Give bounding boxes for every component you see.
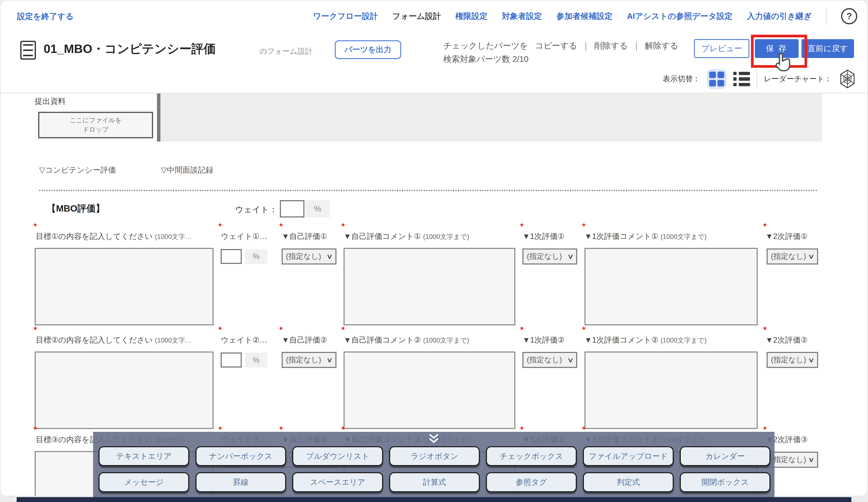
goal-row-2: * 目標②の内容を記入してください (1000文字… * ウェイト②… * ▼自…: [0, 327, 867, 431]
goal-label: 目標②の内容を記入してください (1000文字…: [36, 335, 192, 345]
required-mark: *: [520, 427, 524, 432]
export-parts-button[interactable]: パーツを出力: [335, 40, 401, 59]
tab-target-settings[interactable]: 対象者設定: [502, 11, 542, 22]
weight-input[interactable]: [221, 352, 242, 368]
required-mark: *: [279, 224, 283, 229]
bottom-bar: [17, 497, 851, 502]
palette-button-space-area[interactable]: スペースエリア: [292, 472, 383, 492]
chevron-down-icon: ∨: [567, 356, 574, 364]
search-target-parts-count: 検索対象パーツ数 2/10: [443, 52, 679, 66]
page-title: 01_MBO・コンピテンシー評価: [44, 41, 216, 57]
help-icon[interactable]: ?: [841, 8, 857, 24]
required-mark: *: [218, 224, 222, 229]
chevron-double-down-icon[interactable]: [426, 432, 441, 444]
weight-label: ウェイト②…: [221, 335, 267, 345]
delete-parts-action[interactable]: 削除する: [594, 41, 628, 50]
goal-textarea[interactable]: [35, 351, 214, 429]
first-eval-label: ▼1次評価②: [523, 335, 565, 345]
parts-palette-overlay: テキストエリア ナンバーボックス プルダウンリスト ラジオボタン チェックボック…: [93, 432, 775, 499]
self-eval-dropdown[interactable]: (指定なし)∨: [282, 352, 337, 368]
chevron-down-icon: ∨: [808, 456, 815, 463]
file-drop-zone[interactable]: ここにファイルを ドロップ: [38, 112, 153, 138]
deselect-parts-action[interactable]: 解除する: [645, 41, 679, 50]
chevron-down-icon: ∨: [808, 356, 815, 364]
required-mark: *: [520, 327, 524, 332]
required-mark: *: [279, 427, 283, 432]
list-view-icon[interactable]: [733, 71, 750, 86]
palette-button-radio[interactable]: ラジオボタン: [389, 446, 480, 466]
checked-parts-action-line: チェックしたパーツを コピーする｜削除する｜解除する: [443, 41, 679, 50]
first-eval-dropdown[interactable]: (指定なし)∨: [523, 352, 577, 368]
palette-button-calendar[interactable]: カレンダー: [680, 446, 771, 466]
tab-form-design[interactable]: フォーム設計: [392, 11, 441, 22]
second-eval-dropdown[interactable]: (指定なし)∨: [767, 248, 818, 265]
required-mark: *: [582, 327, 586, 332]
required-mark: *: [763, 427, 766, 432]
tab-workflow-design[interactable]: ワークフロー設計: [313, 11, 378, 22]
required-mark: *: [582, 427, 586, 432]
required-mark: *: [763, 224, 766, 229]
palette-button-rule-line[interactable]: 罫線: [196, 472, 286, 492]
second-eval-dropdown[interactable]: (指定なし)∨: [767, 352, 818, 368]
copy-parts-action[interactable]: コピーする: [535, 41, 577, 50]
radar-chart-icon[interactable]: [839, 69, 856, 89]
section-link-interim-interview[interactable]: ▽中間面談記録: [161, 165, 214, 175]
checked-parts-label: チェックしたパーツを: [443, 41, 528, 50]
form-designer-window: 設定を終了する ワークフロー設計 フォーム設計 権限設定 対象者設定 参加者候補…: [0, 0, 868, 496]
tab-participant-candidate-settings[interactable]: 参加者候補設定: [557, 11, 613, 22]
self-eval-dropdown[interactable]: (指定なし)∨: [282, 248, 337, 265]
top-navigation: 設定を終了する ワークフロー設計 フォーム設計 権限設定 対象者設定 参加者候補…: [0, 0, 867, 32]
tab-permission-settings[interactable]: 権限設定: [455, 11, 487, 22]
mbo-evaluation-heading: 【MBO評価】: [47, 203, 105, 215]
chevron-down-icon: ∨: [326, 356, 333, 364]
goal-label: 目標①の内容を記入してください (1000文字…: [36, 231, 192, 242]
weight-total-input[interactable]: [280, 200, 304, 217]
grid-view-icon[interactable]: [707, 69, 727, 89]
action-separator: ｜: [582, 41, 590, 50]
tab-ai-assist-reference-data[interactable]: AIアシストの参照データ設定: [627, 11, 733, 22]
weight-total-percent: %: [306, 200, 330, 217]
palette-button-fileupload[interactable]: ファイルアップロード: [583, 446, 674, 466]
self-comment-textarea[interactable]: [343, 351, 515, 429]
part-divider-strip: [157, 93, 160, 142]
goal-row-1: * 目標①の内容を記入してください (1000文字… * ウェイト①… * ▼自…: [0, 224, 867, 328]
dotted-divider: [39, 190, 817, 191]
form-document-icon: [20, 41, 36, 60]
first-comment-textarea[interactable]: [585, 351, 758, 429]
palette-row-2: メッセージ 罫線 スペースエリア 計算式 参照タグ 判定式 開閉ボックス: [99, 472, 771, 492]
nav-tabs: ワークフロー設計 フォーム設計 権限設定 対象者設定 参加者候補設定 AIアシス…: [313, 0, 857, 32]
action-separator: ｜: [632, 41, 640, 50]
undo-button[interactable]: 直前に戻す: [802, 39, 854, 58]
required-mark: *: [34, 327, 37, 332]
palette-button-formula[interactable]: 計算式: [389, 472, 480, 492]
goal-textarea[interactable]: [35, 248, 214, 325]
palette-button-textarea[interactable]: テキストエリア: [99, 446, 189, 466]
required-mark: *: [279, 327, 283, 332]
palette-button-collapse-box[interactable]: 開閉ボックス: [680, 472, 771, 492]
file-drop-text-line2: ドロップ: [83, 125, 108, 134]
preview-button[interactable]: プレビュー: [694, 39, 750, 58]
palette-button-message[interactable]: メッセージ: [99, 472, 189, 492]
view-toggle-row: 表示切替： レーダーチャート：: [663, 67, 856, 91]
save-button[interactable]: 保 存: [755, 39, 799, 58]
required-mark: *: [520, 224, 524, 229]
palette-button-pulldown[interactable]: プルダウンリスト: [292, 446, 383, 466]
palette-button-checkbox[interactable]: チェックボックス: [486, 446, 577, 466]
first-comment-textarea[interactable]: [585, 248, 758, 325]
app-root: 設定を終了する ワークフロー設計 フォーム設計 権限設定 対象者設定 参加者候補…: [0, 0, 868, 502]
exit-settings-link[interactable]: 設定を終了する: [17, 11, 74, 22]
palette-button-reference-tag[interactable]: 参照タグ: [486, 472, 577, 492]
palette-button-judgement-formula[interactable]: 判定式: [583, 472, 674, 492]
second-eval-label: ▼2次評価②: [765, 335, 808, 345]
self-eval-label: ▼自己評価②: [282, 335, 327, 345]
palette-button-numberbox[interactable]: ナンバーボックス: [196, 446, 286, 466]
required-mark: *: [582, 224, 586, 229]
tab-input-value-carryover[interactable]: 入力値の引き継ぎ: [747, 11, 812, 22]
nav-divider: [826, 8, 827, 24]
first-eval-dropdown[interactable]: (指定なし)∨: [523, 248, 577, 265]
view-toggle-label: 表示切替：: [663, 74, 700, 84]
self-comment-textarea[interactable]: [343, 248, 515, 325]
weight-input[interactable]: [221, 249, 242, 264]
weight-percent: %: [245, 249, 267, 264]
section-link-competency[interactable]: ▽コンピテンシー評価: [39, 165, 116, 175]
